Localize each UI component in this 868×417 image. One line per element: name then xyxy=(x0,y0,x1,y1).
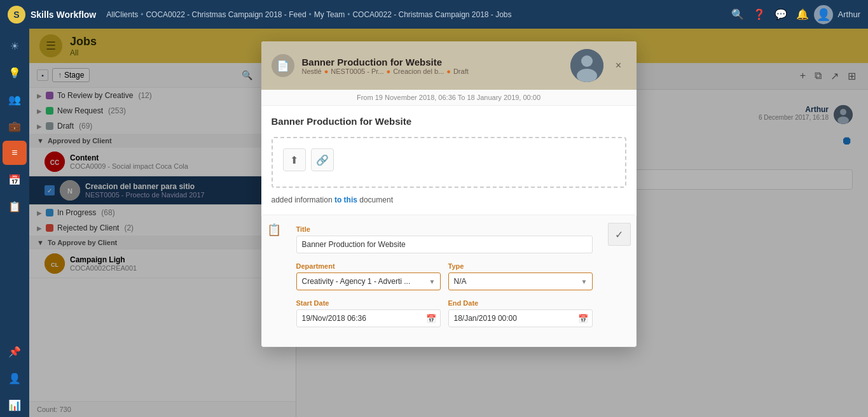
logo-area[interactable]: S Skills Workflow xyxy=(8,6,96,24)
start-date-label: Start Date xyxy=(296,299,441,307)
sidebar-item-tasks[interactable]: 📋 xyxy=(3,194,27,218)
link-button[interactable]: 🔗 xyxy=(311,148,334,171)
dept-label: Department xyxy=(296,262,441,270)
form-doc-icon: 📋 xyxy=(262,215,286,244)
logo-icon: S xyxy=(8,6,25,24)
form-inner: Title Department Creativity - Agency 1 -… xyxy=(286,215,603,346)
form-col-start: Start Date 📅 xyxy=(296,299,441,327)
form-col-title: Title xyxy=(296,225,593,253)
breadcrumb-job: Creacion del b... xyxy=(393,67,444,75)
svg-point-17 xyxy=(577,69,597,82)
nav-icons: 🔍 ❓ 💬 🔔 xyxy=(731,8,809,20)
help-icon[interactable]: ❓ xyxy=(753,8,766,20)
type-label: Type xyxy=(448,262,593,270)
sidebar-item-jobs[interactable]: 💼 xyxy=(3,114,27,138)
modal-body: Banner Production for Website ⬆ 🔗 added … xyxy=(261,106,637,215)
hint-suffix: document xyxy=(359,195,393,204)
user-area[interactable]: 👤 Arthur xyxy=(814,5,860,24)
form-row-dates: Start Date 📅 End Date 📅 xyxy=(296,299,593,327)
nav-sep-2: • xyxy=(309,10,312,19)
calendar-icon-end[interactable]: 📅 xyxy=(574,314,592,323)
breadcrumb-project: NEST0005 - Pr... xyxy=(331,67,383,75)
nav-sep-3: • xyxy=(347,10,350,19)
calendar-icon-start[interactable]: 📅 xyxy=(422,314,440,323)
end-date-wrapper: 📅 xyxy=(448,309,593,327)
modal: 📄 Banner Production for Website Nestlé ●… xyxy=(261,41,637,347)
nav-link-feed[interactable]: COCA0022 - Christmas Campaign 2018 - Fee… xyxy=(146,10,306,19)
start-date-input[interactable] xyxy=(297,310,422,327)
search-icon[interactable]: 🔍 xyxy=(731,8,744,20)
breadcrumb-sep-3: ● xyxy=(446,67,451,75)
form-wrapper: 📋 Title Department xyxy=(262,215,636,346)
sidebar-item-calendar[interactable]: 📅 xyxy=(3,167,27,192)
start-date-wrapper: 📅 xyxy=(296,309,441,327)
top-navigation: S Skills Workflow AllClients • COCA0022 … xyxy=(0,0,868,29)
nav-sep-1: • xyxy=(141,10,143,19)
attach-area: ⬆ 🔗 xyxy=(272,137,626,188)
form-row-dept-type: Department Creativity - Agency 1 - Adver… xyxy=(296,262,593,290)
breadcrumb-client: Nestlé xyxy=(302,67,322,75)
username: Arthur xyxy=(838,10,860,19)
modal-job-title: Banner Production for Website xyxy=(272,116,626,127)
svg-point-16 xyxy=(581,55,593,67)
attach-hint: added information to this document xyxy=(272,195,626,204)
type-select[interactable]: N/A xyxy=(448,272,593,290)
end-date-label: End Date xyxy=(448,299,593,307)
modal-form: 📋 Title Department xyxy=(261,215,637,347)
modal-overlay[interactable]: 📄 Banner Production for Website Nestlé ●… xyxy=(29,29,868,417)
modal-breadcrumb: Nestlé ● NEST0005 - Pr... ● Creacion del… xyxy=(302,67,563,75)
sidebar-item-people[interactable]: 👤 xyxy=(3,366,27,390)
breadcrumb-nav: AllClients • COCA0022 - Christmas Campai… xyxy=(106,10,726,19)
modal-title: Banner Production for Website xyxy=(302,57,563,67)
form-col-end: End Date 📅 xyxy=(448,299,593,327)
title-input[interactable] xyxy=(296,236,593,253)
check-area: ✓ xyxy=(603,215,636,253)
sidebar-item-team[interactable]: 👥 xyxy=(3,87,27,111)
close-button[interactable]: × xyxy=(611,58,626,73)
messages-icon[interactable]: 💬 xyxy=(775,8,787,20)
sidebar: ☀ 💡 👥 💼 ≡ 📅 📋 📌 👤 📊 xyxy=(0,29,29,417)
hint-prefix: added information xyxy=(272,195,333,204)
upload-button[interactable]: ⬆ xyxy=(283,148,306,171)
modal-header-icon: 📄 xyxy=(272,54,294,77)
form-col-dept: Department Creativity - Agency 1 - Adver… xyxy=(296,262,441,290)
end-date-input[interactable] xyxy=(449,310,574,327)
nav-link-myteam[interactable]: My Team xyxy=(314,10,345,19)
sidebar-item-list[interactable]: ≡ xyxy=(3,141,27,165)
breadcrumb-sep-2: ● xyxy=(387,67,391,75)
avatar: 👤 xyxy=(814,5,833,24)
breadcrumb-status: Draft xyxy=(453,67,469,75)
dept-select-wrapper: Creativity - Agency 1 - Adverti ... xyxy=(296,272,441,290)
modal-header: 📄 Banner Production for Website Nestlé ●… xyxy=(261,41,637,90)
app-title: Skills Workflow xyxy=(31,10,96,20)
hint-link[interactable]: to this xyxy=(334,195,357,204)
dept-select[interactable]: Creativity - Agency 1 - Adverti ... xyxy=(296,272,441,290)
modal-header-info: Banner Production for Website Nestlé ● N… xyxy=(302,57,563,75)
modal-date-range: From 19 November 2018, 06:36 To 18 Janua… xyxy=(261,90,637,106)
form-row-title: Title xyxy=(296,225,593,253)
sidebar-item-home[interactable]: ☀ xyxy=(3,34,27,58)
title-label: Title xyxy=(296,225,593,233)
modal-avatar xyxy=(570,49,603,82)
nav-link-jobs[interactable]: COCA0022 - Christmas Campaign 2018 - Job… xyxy=(352,10,511,19)
form-col-type: Type N/A xyxy=(448,262,593,290)
breadcrumb-sep-1: ● xyxy=(324,67,329,75)
sidebar-item-pins[interactable]: 📌 xyxy=(3,339,27,364)
sidebar-item-insights[interactable]: 💡 xyxy=(3,60,27,85)
sidebar-item-reports[interactable]: 📊 xyxy=(3,393,27,417)
type-select-wrapper: N/A xyxy=(448,272,593,290)
nav-link-allclients[interactable]: AllClients xyxy=(106,10,138,19)
notifications-icon[interactable]: 🔔 xyxy=(796,8,809,20)
confirm-button[interactable]: ✓ xyxy=(608,223,631,246)
